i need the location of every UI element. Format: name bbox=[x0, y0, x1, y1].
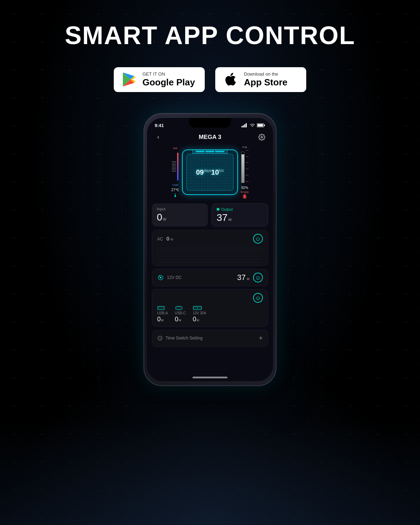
input-value: 0 bbox=[157, 212, 162, 222]
google-play-main: Google Play bbox=[142, 77, 195, 88]
silent-button bbox=[144, 159, 144, 172]
app-store-text: Download on the App Store bbox=[244, 71, 287, 88]
battery-empty-label: Empty bbox=[241, 190, 249, 194]
12v-30a-value: 0 bbox=[193, 316, 196, 323]
apple-icon bbox=[224, 72, 239, 87]
app-title: MEGA 3 bbox=[199, 134, 222, 141]
output-label: Output bbox=[221, 207, 233, 211]
dc-right: 37 w bbox=[237, 273, 263, 282]
dc-icon bbox=[157, 274, 164, 281]
google-play-sub: GET IT ON bbox=[142, 71, 195, 77]
12v-30a-port: 12V 30A 0 w bbox=[193, 306, 206, 323]
svg-rect-10 bbox=[244, 195, 246, 198]
google-play-icon bbox=[122, 72, 138, 87]
svg-point-7 bbox=[261, 136, 262, 138]
phone-screen: 9:41 bbox=[147, 118, 273, 381]
usb-c-label: USB-C bbox=[175, 311, 186, 315]
store-badges-container: GET IT ON Google Play Download on the Ap… bbox=[114, 67, 306, 92]
svg-rect-1 bbox=[243, 125, 244, 127]
timer-section: Time Switch Setting + bbox=[152, 330, 268, 347]
usb-a-label: USB-A bbox=[157, 311, 168, 315]
status-icons bbox=[241, 123, 265, 127]
dc-value-display: 37 w bbox=[237, 273, 250, 282]
usb-a-unit: w bbox=[161, 318, 163, 322]
usb-c-unit: w bbox=[179, 318, 181, 322]
timer-add-button[interactable]: + bbox=[259, 334, 263, 342]
12v-30a-label: 12V 30A bbox=[193, 311, 206, 315]
svg-rect-5 bbox=[264, 125, 265, 126]
countdown-hrs: 10 bbox=[211, 168, 219, 176]
12v-30a-icon bbox=[193, 306, 202, 310]
usb-header bbox=[157, 293, 263, 303]
days-label: days bbox=[204, 169, 211, 173]
dc-unit: w bbox=[247, 276, 250, 281]
app-store-badge[interactable]: Download on the App Store bbox=[215, 67, 306, 92]
output-dot bbox=[217, 208, 219, 211]
temp-cold-label: Cold bbox=[172, 183, 178, 187]
timer-left: Time Switch Setting bbox=[157, 335, 203, 341]
timer-icon bbox=[157, 335, 163, 341]
dc-value: 37 bbox=[237, 273, 246, 282]
input-unit: w bbox=[163, 216, 166, 222]
input-label: Input bbox=[157, 207, 203, 211]
battery-pct-label: Full bbox=[243, 146, 247, 149]
countdown: 09days10hrs bbox=[196, 168, 224, 176]
battery-level-display: Full bbox=[241, 146, 249, 199]
timer-label: Time Switch Setting bbox=[166, 336, 203, 341]
svg-rect-18 bbox=[158, 307, 163, 309]
svg-rect-21 bbox=[193, 306, 202, 310]
notch bbox=[189, 118, 231, 128]
dc-power-button[interactable] bbox=[253, 273, 263, 282]
dc-left: 12V DC bbox=[157, 274, 182, 281]
svg-rect-0 bbox=[241, 126, 243, 127]
usb-a-icon bbox=[157, 306, 165, 310]
dc-section: 12V DC 37 w bbox=[152, 269, 268, 286]
svg-rect-6 bbox=[258, 124, 263, 127]
app-store-main: App Store bbox=[244, 77, 287, 88]
usb-power-button[interactable] bbox=[253, 293, 263, 303]
hrs-label: hrs bbox=[219, 169, 224, 173]
app-header: ‹ MEGA 3 bbox=[147, 130, 273, 146]
google-play-badge[interactable]: GET IT ON Google Play bbox=[114, 67, 205, 92]
svg-rect-3 bbox=[246, 123, 247, 127]
svg-rect-2 bbox=[244, 124, 245, 127]
phone-body: 9:41 bbox=[144, 113, 276, 386]
usb-c-icon bbox=[175, 306, 183, 310]
status-time: 9:41 bbox=[155, 123, 164, 128]
google-play-text: GET IT ON Google Play bbox=[142, 71, 195, 88]
back-button[interactable]: ‹ bbox=[153, 132, 163, 142]
svg-point-14 bbox=[159, 276, 160, 277]
ac-header: AC 0 w bbox=[157, 234, 263, 244]
usb-c-port: USB-C 0 w bbox=[175, 306, 186, 323]
svg-point-20 bbox=[176, 307, 181, 309]
app-screen: 9:41 bbox=[147, 118, 273, 381]
page-title: SMART APP CONTROL bbox=[65, 21, 355, 50]
ac-value: 0 bbox=[167, 236, 169, 241]
input-card: Input 0 w bbox=[152, 203, 208, 226]
wifi-icon bbox=[250, 123, 255, 127]
battery-fill bbox=[241, 154, 244, 183]
usb-a-port: USB-A 0 w bbox=[157, 306, 168, 323]
device-inner: 09days10hrs bbox=[186, 154, 234, 191]
device-image: 09days10hrs bbox=[182, 149, 238, 195]
battery-scale bbox=[241, 152, 245, 183]
phone-mockup: 9:41 bbox=[144, 113, 276, 386]
usb-a-value: 0 bbox=[157, 316, 161, 323]
settings-button[interactable] bbox=[257, 132, 267, 142]
battery-icon-small bbox=[243, 194, 247, 199]
ac-power-button[interactable] bbox=[253, 234, 263, 244]
12v-30a-unit: w bbox=[197, 318, 199, 322]
ac-unit: w bbox=[170, 237, 173, 241]
svg-rect-17 bbox=[158, 306, 164, 310]
output-value: 37 bbox=[217, 213, 227, 223]
battery-percentage: 92% bbox=[241, 186, 248, 190]
countdown-days: 09 bbox=[196, 168, 204, 176]
usb-c-value: 0 bbox=[175, 316, 178, 323]
svg-point-13 bbox=[160, 276, 162, 278]
home-indicator bbox=[192, 377, 227, 378]
svg-rect-23 bbox=[197, 307, 201, 309]
ac-section: AC 0 w bbox=[152, 230, 268, 266]
power-button bbox=[276, 170, 276, 191]
dc-label: 12V DC bbox=[167, 275, 182, 280]
volume-up-button bbox=[144, 177, 144, 196]
